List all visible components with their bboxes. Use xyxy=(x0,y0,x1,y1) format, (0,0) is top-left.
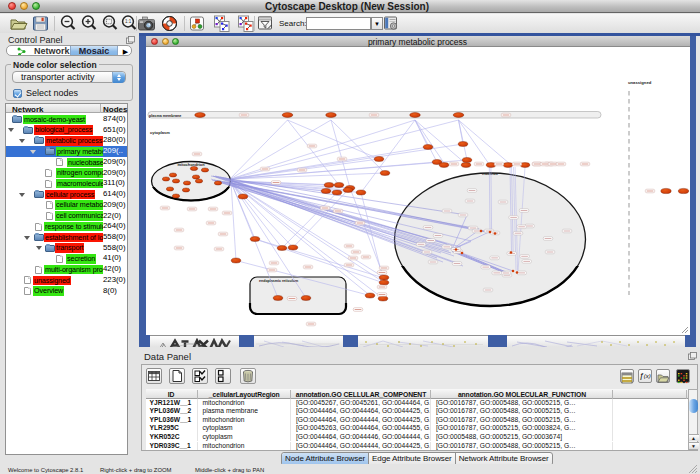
svg-text:1:1: 1:1 xyxy=(125,19,132,24)
svg-text:unassigned: unassigned xyxy=(628,80,652,85)
svg-text:mitochondrion: mitochondrion xyxy=(177,162,205,167)
svg-text:endoplasmic reticulum: endoplasmic reticulum xyxy=(259,279,298,283)
svg-text:plasma membrane: plasma membrane xyxy=(149,114,181,118)
svg-text:nucleus: nucleus xyxy=(482,171,498,176)
svg-text:cytoplasm: cytoplasm xyxy=(150,130,170,135)
